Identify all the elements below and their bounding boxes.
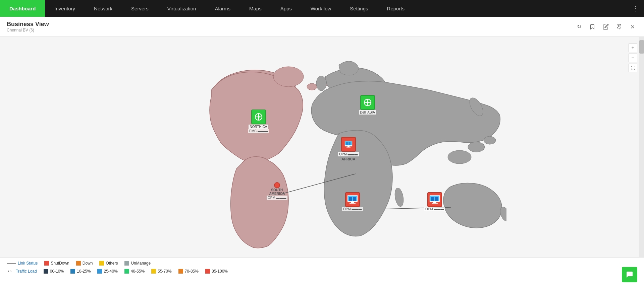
- legend-00-10: 00-10%: [44, 269, 64, 274]
- page-header: Business View Chennai BV (6) ↻: [0, 17, 644, 37]
- legend-25-40: 25-40%: [97, 269, 117, 274]
- shutdown-label: ShutDown: [51, 261, 69, 266]
- node-africa[interactable]: OPM ▬▬▬ AFRICA: [338, 137, 359, 161]
- traffic-85-100-color: [205, 269, 210, 274]
- nav-network[interactable]: Network: [85, 0, 122, 17]
- svg-rect-30: [346, 142, 348, 144]
- svg-rect-31: [348, 142, 351, 144]
- traffic-25-40-label: 25-40%: [104, 269, 117, 274]
- traffic-40-55-label: 40-55%: [131, 269, 145, 274]
- nav-inventory[interactable]: Inventory: [45, 0, 85, 17]
- svg-rect-39: [353, 197, 356, 199]
- node-north-ca[interactable]: NORTH CA EMC ▬▬▬: [248, 110, 269, 133]
- traffic-85-100-label: 85-100%: [212, 269, 228, 274]
- nav-virtualization[interactable]: Virtualization: [158, 0, 206, 17]
- traffic-55-70-color: [151, 269, 156, 274]
- main-content: NORTH CA EMC ▬▬▬ Dell ASIA: [0, 37, 644, 257]
- pin-button[interactable]: [614, 22, 624, 31]
- traffic-arrow-icon: ↔: [7, 268, 13, 275]
- svg-rect-33: [348, 144, 351, 145]
- legend-traffic-load: ↔ Traffic Load: [7, 268, 37, 275]
- link-status-label[interactable]: Link Status: [18, 261, 38, 266]
- fullscreen-button[interactable]: ⛶: [629, 64, 637, 72]
- shutdown-color: [44, 261, 49, 266]
- node-asia[interactable]: Dell ASIA: [359, 95, 376, 115]
- refresh-button[interactable]: ↻: [574, 22, 584, 31]
- legend-link-status: Link Status: [7, 261, 38, 266]
- node-north-ca-sublabel: EMC ▬▬▬: [248, 129, 269, 133]
- svg-point-20: [258, 116, 260, 118]
- svg-rect-47: [435, 197, 438, 199]
- map-area[interactable]: NORTH CA EMC ▬▬▬ Dell ASIA: [0, 37, 644, 257]
- legend-10-25: 10-25%: [70, 269, 91, 274]
- legend-line-icon: [7, 263, 16, 264]
- traffic-40-55-color: [124, 269, 129, 274]
- svg-rect-29: [346, 147, 351, 148]
- nav-workflow[interactable]: Workflow: [301, 0, 340, 17]
- svg-point-4: [273, 67, 304, 87]
- traffic-70-85-color: [178, 269, 183, 274]
- svg-rect-41: [353, 199, 356, 201]
- svg-rect-32: [346, 144, 348, 145]
- unmanage-label: UnManage: [131, 261, 151, 266]
- nav-more-button[interactable]: ⋮: [627, 4, 644, 12]
- traffic-55-70-label: 55-70%: [158, 269, 171, 274]
- svg-point-9: [448, 150, 471, 164]
- zoom-in-button[interactable]: +: [629, 44, 637, 52]
- svg-rect-46: [431, 197, 434, 199]
- nav-settings[interactable]: Settings: [340, 0, 377, 17]
- svg-rect-40: [349, 199, 352, 201]
- down-color: [76, 261, 81, 266]
- others-label: Others: [106, 261, 118, 266]
- nav-reports[interactable]: Reports: [378, 0, 414, 17]
- traffic-10-25-color: [70, 269, 75, 274]
- nav-apps[interactable]: Apps: [271, 0, 301, 17]
- svg-rect-49: [435, 199, 438, 201]
- zoom-out-button[interactable]: −: [629, 54, 637, 62]
- traffic-00-10-color: [44, 269, 48, 274]
- traffic-10-25-label: 10-25%: [77, 269, 91, 274]
- nav-maps[interactable]: Maps: [240, 0, 271, 17]
- node-australia-sublabel: OPM ▬▬▬: [424, 207, 445, 211]
- legend-row-traffic: ↔ Traffic Load 00-10% 10-25% 25-40% 40-5…: [7, 268, 637, 275]
- node-subsahara-sublabel: OPM ▬▬▬: [342, 207, 363, 211]
- node-south-america-sublabel: OPM ▬▬▬: [267, 196, 287, 200]
- right-scrollbar[interactable]: [639, 37, 644, 257]
- node-asia-label: Dell ASIA: [359, 110, 376, 115]
- zoom-controls: + − ⛶: [629, 44, 637, 72]
- nav-servers[interactable]: Servers: [122, 0, 158, 17]
- traffic-25-40-color: [97, 269, 102, 274]
- chat-button[interactable]: [622, 267, 637, 282]
- nav-dashboard[interactable]: Dashboard: [0, 0, 45, 17]
- legend-70-85: 70-85%: [178, 269, 199, 274]
- legend-down: Down: [76, 261, 93, 266]
- node-south-america-label: SOUTHAMERICA: [269, 188, 285, 196]
- close-button[interactable]: [628, 22, 637, 31]
- svg-point-8: [316, 76, 326, 91]
- node-south-america[interactable]: SOUTHAMERICA OPM ▬▬▬: [267, 182, 287, 200]
- svg-rect-37: [350, 203, 356, 204]
- traffic-load-label[interactable]: Traffic Load: [16, 269, 37, 274]
- legend-55-70: 55-70%: [151, 269, 171, 274]
- scrollbar-thumb: [639, 40, 644, 54]
- header-title-area: Business View Chennai BV (6): [7, 21, 49, 32]
- traffic-70-85-label: 70-85%: [185, 269, 199, 274]
- svg-point-5: [307, 83, 317, 90]
- nav-alarms[interactable]: Alarms: [205, 0, 240, 17]
- node-africa-region: AFRICA: [341, 157, 356, 161]
- legend-unmanage: UnManage: [124, 261, 151, 266]
- svg-rect-45: [432, 203, 438, 204]
- top-navigation: Dashboard Inventory Network Servers Virt…: [0, 0, 644, 17]
- bookmark-button[interactable]: [588, 22, 597, 31]
- world-map[interactable]: NORTH CA EMC ▬▬▬ Dell ASIA: [138, 43, 506, 251]
- svg-point-14: [393, 187, 405, 207]
- unmanage-color: [124, 261, 129, 266]
- traffic-00-10-label: 00-10%: [50, 269, 64, 274]
- node-africa-label: OPM ▬▬▬: [338, 152, 359, 156]
- page-subtitle: Chennai BV (6): [7, 28, 49, 32]
- page-title: Business View: [7, 21, 49, 28]
- node-australia[interactable]: OPM ▬▬▬: [424, 192, 445, 211]
- node-subsahara[interactable]: OPM ▬▬▬: [342, 192, 363, 211]
- edit-button[interactable]: [601, 22, 610, 31]
- down-label: Down: [83, 261, 93, 266]
